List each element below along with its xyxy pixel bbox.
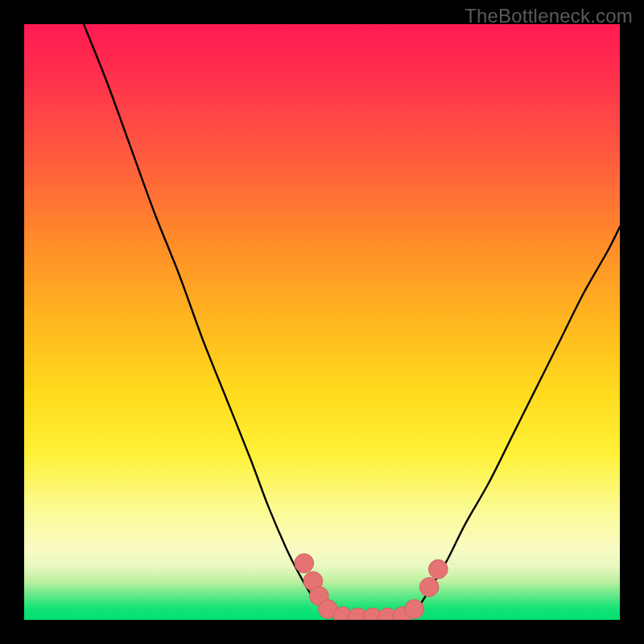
- chart-frame: TheBottleneck.com: [0, 0, 644, 644]
- markers-group: [295, 554, 448, 620]
- data-marker: [428, 559, 448, 579]
- data-marker: [419, 577, 439, 597]
- curve-right: [406, 227, 620, 617]
- data-marker: [405, 600, 424, 619]
- curve-left: [84, 24, 334, 617]
- curve-layer: [24, 24, 620, 620]
- watermark-text: TheBottleneck.com: [464, 5, 633, 27]
- data-marker: [295, 554, 314, 573]
- plot-area: [24, 24, 620, 620]
